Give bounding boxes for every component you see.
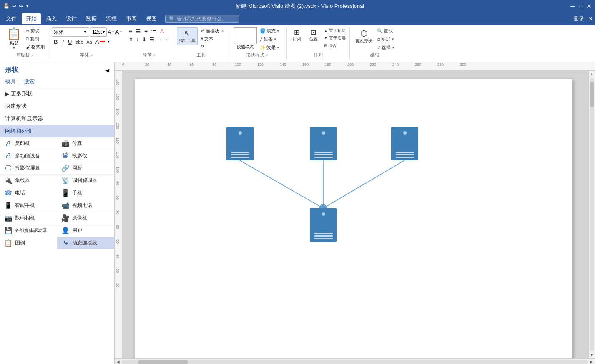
- rotate-tool-button[interactable]: ↻: [199, 43, 226, 50]
- horizontal-scrollbar[interactable]: ◀ ▶: [115, 358, 595, 364]
- shape-fax[interactable]: 📠 传真: [57, 137, 114, 150]
- customize-icon[interactable]: ▼: [25, 4, 29, 8]
- shape-dynamic-connector[interactable]: ⤷ 动态连接线: [57, 237, 114, 249]
- network-shapes-item[interactable]: 网络和外设: [0, 125, 114, 137]
- scroll-thumb-v[interactable]: [590, 82, 594, 107]
- font-dropdown-icon[interactable]: ▼: [83, 30, 87, 34]
- connect-close[interactable]: ✕: [221, 29, 224, 33]
- text-tool-button[interactable]: A 文本: [199, 35, 226, 42]
- find-button[interactable]: 🔍 查找: [376, 27, 396, 35]
- arrange-button[interactable]: ⊞ 排列: [289, 27, 304, 43]
- strikethrough-button[interactable]: abc: [74, 39, 84, 45]
- align-left-button[interactable]: ≡: [128, 27, 133, 35]
- line-dropdown[interactable]: ▼: [274, 37, 277, 41]
- position-button[interactable]: ⊡ 位置: [306, 27, 321, 43]
- scroll-track-h[interactable]: [121, 360, 588, 364]
- menu-item-data[interactable]: 数据: [82, 13, 101, 24]
- paste-dropdown[interactable]: ▼: [13, 46, 16, 50]
- increase-font-button[interactable]: A⁺: [108, 29, 114, 35]
- fill-dropdown[interactable]: ▼: [276, 29, 280, 33]
- drawing-page[interactable]: [135, 79, 572, 358]
- layers-button[interactable]: ⧉ 图层 ▼: [376, 36, 396, 43]
- collapse-panel-button[interactable]: ◀: [105, 67, 109, 73]
- server-shape-3[interactable]: [391, 127, 418, 160]
- server-shape-2[interactable]: [310, 127, 337, 160]
- scroll-left-button[interactable]: ◀: [116, 359, 120, 364]
- search-box[interactable]: 🔍: [165, 15, 239, 23]
- shape-camcorder[interactable]: 🎥 摄像机: [57, 212, 114, 224]
- scroll-thumb-h[interactable]: [138, 360, 188, 364]
- search-input[interactable]: [177, 16, 235, 22]
- menu-item-review[interactable]: 审阅: [122, 13, 141, 24]
- connect-tool-button[interactable]: ⚟ 连接线 ✕: [199, 27, 226, 35]
- maximize-button[interactable]: □: [579, 3, 582, 10]
- layers-dropdown[interactable]: ▼: [391, 37, 394, 41]
- redo-icon[interactable]: ↪: [19, 3, 23, 9]
- format-painter-button[interactable]: 🖌格式刷: [25, 43, 46, 50]
- pointer-tool-button[interactable]: ↖ 指针工具: [177, 27, 198, 45]
- menu-item-design[interactable]: 设计: [62, 13, 81, 24]
- fill-button[interactable]: 🪣 填充 ▼: [259, 27, 281, 35]
- underline-button[interactable]: U: [66, 38, 73, 45]
- vertical-scrollbar[interactable]: ▲ ▼: [588, 71, 595, 358]
- menu-item-file[interactable]: 文件: [2, 13, 21, 24]
- shape-mobile[interactable]: 📱 手机: [57, 187, 114, 199]
- nav-search-link[interactable]: 搜索: [24, 78, 35, 85]
- font-expand[interactable]: ↗: [90, 53, 93, 57]
- drawing-canvas[interactable]: [122, 71, 588, 358]
- align-center-button[interactable]: ☰: [134, 27, 142, 35]
- indent-increase-button[interactable]: →: [156, 37, 163, 42]
- shape-video-phone[interactable]: 📹 视频电话: [57, 199, 114, 212]
- shape-legend[interactable]: 📋 图例: [0, 237, 57, 249]
- shape-bridge[interactable]: 🔗 网桥: [57, 162, 114, 175]
- more-shapes-item[interactable]: ▶ 更多形状: [0, 87, 114, 100]
- select-dropdown[interactable]: ▼: [392, 46, 395, 50]
- undo-icon[interactable]: ↩: [12, 3, 16, 9]
- align-justify-button[interactable]: ☰: [148, 36, 156, 43]
- minimize-button[interactable]: ─: [571, 3, 575, 10]
- shape-projector[interactable]: 📽 投影仪: [57, 150, 114, 162]
- bring-to-front-button[interactable]: ▲ 置于顶层: [323, 27, 347, 34]
- font-color-button[interactable]: A: [94, 38, 106, 45]
- line-button[interactable]: ╱ 线条 ▼: [259, 36, 281, 43]
- copy-button[interactable]: ⧉复制: [25, 35, 46, 42]
- shape-phone[interactable]: ☎ 电话: [0, 187, 57, 199]
- font-size-selector[interactable]: 12pt ▼: [90, 27, 107, 37]
- shape-mfp[interactable]: 🖨 多功能设备: [0, 150, 57, 162]
- shape-projector-screen[interactable]: 🖵 投影仪屏幕: [0, 162, 57, 175]
- align-middle-button[interactable]: ↕: [135, 36, 140, 43]
- italic-button[interactable]: I: [60, 38, 65, 45]
- paste-button[interactable]: 📋 粘贴 ▼: [4, 27, 24, 51]
- menu-item-insert[interactable]: 插入: [42, 13, 61, 24]
- quick-shapes-item[interactable]: 快速形状: [0, 100, 114, 112]
- font-case-button[interactable]: Aa: [85, 39, 93, 45]
- indent-decrease-button[interactable]: ←: [164, 37, 171, 42]
- effect-dropdown[interactable]: ▼: [276, 46, 280, 50]
- clipboard-expand[interactable]: ↗: [31, 53, 34, 57]
- server-shape-4[interactable]: [310, 208, 337, 242]
- close-button[interactable]: ✕: [587, 3, 592, 10]
- font-size-dropdown-icon[interactable]: ▼: [102, 30, 105, 34]
- menu-close-icon[interactable]: ✕: [588, 15, 593, 22]
- shape-camera[interactable]: 📷 数码相机: [0, 212, 57, 224]
- align-top-button[interactable]: ⬆: [128, 36, 134, 43]
- group-button[interactable]: ⊞ 组合: [323, 42, 347, 49]
- computer-shapes-item[interactable]: 计算机和显示器: [0, 112, 114, 125]
- bold-button[interactable]: B: [52, 38, 60, 46]
- shape-smartphone[interactable]: 📱 智能手机: [0, 199, 57, 212]
- shape-hub[interactable]: 🔌 集线器: [0, 175, 57, 187]
- select-button[interactable]: ↗ 选择 ▼: [376, 44, 396, 51]
- save-icon[interactable]: 💾: [3, 3, 10, 9]
- bullet-list-button[interactable]: ≔: [150, 27, 158, 35]
- scroll-track-v[interactable]: [590, 78, 594, 351]
- align-bottom-button[interactable]: ⬇: [141, 36, 148, 43]
- send-to-back-button[interactable]: ▼ 置于底层: [323, 35, 347, 42]
- shape-user[interactable]: 👤 用户: [57, 224, 114, 237]
- menu-item-process[interactable]: 流程: [102, 13, 121, 24]
- align-right-button[interactable]: ≡: [143, 27, 149, 35]
- decrease-font-button[interactable]: A⁻: [115, 29, 122, 35]
- shape-external-drive[interactable]: 💾 外部媒体驱动器: [0, 224, 57, 237]
- scroll-down-button[interactable]: ▼: [589, 352, 595, 358]
- server-shape-1[interactable]: [226, 127, 254, 160]
- shape-modem[interactable]: 📡 调制解调器: [57, 175, 114, 187]
